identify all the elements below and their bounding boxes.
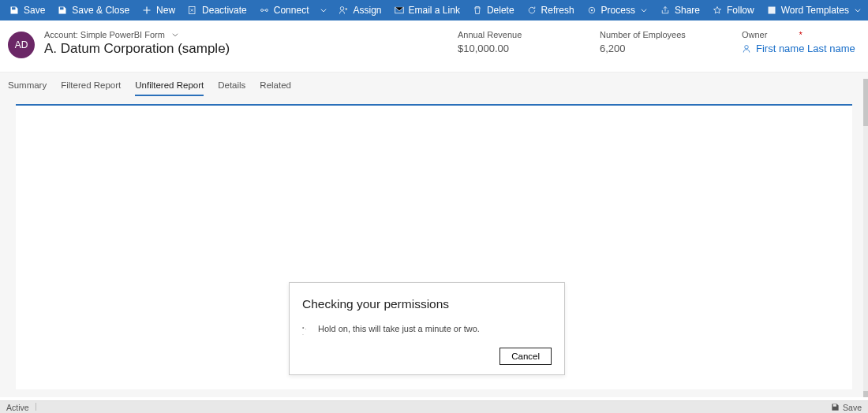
chevron-down-icon xyxy=(171,31,179,39)
save-close-label: Save & Close xyxy=(72,5,129,16)
scrollbar-thumb[interactable] xyxy=(863,79,868,126)
share-label: Share xyxy=(675,5,700,16)
account-avatar: AD xyxy=(8,32,35,58)
chevron-down-icon xyxy=(854,6,862,14)
save-close-icon xyxy=(58,6,67,15)
refresh-label: Refresh xyxy=(541,5,574,16)
svg-rect-7 xyxy=(768,7,775,14)
owner-value[interactable]: First name Last name xyxy=(742,43,860,54)
record-header: AD Account: Simple PowerBI Form A. Datum… xyxy=(0,20,868,72)
process-button[interactable]: Process xyxy=(581,0,654,20)
save-close-button[interactable]: Save & Close xyxy=(51,0,136,20)
plus-icon xyxy=(142,6,152,15)
vertical-scrollbar[interactable] xyxy=(863,79,868,397)
new-label: New xyxy=(156,5,175,16)
employees-label: Number of Employees xyxy=(600,30,694,39)
tab-unfiltered-report[interactable]: Unfiltered Report xyxy=(135,80,204,96)
employees-field: Number of Employees 6,200 xyxy=(600,30,694,58)
connect-button[interactable]: Connect xyxy=(253,0,316,20)
annual-revenue-field: Annual Revenue $10,000.00 xyxy=(458,30,552,58)
connect-icon xyxy=(260,6,269,15)
share-button[interactable]: Share xyxy=(654,0,706,20)
dialog-body-text: Hold on, this will take just a minute or… xyxy=(318,324,480,333)
assign-icon xyxy=(339,6,348,15)
word-icon xyxy=(767,6,776,15)
follow-button[interactable]: Follow xyxy=(706,0,761,20)
report-container: Checking your permissions •. . Hold on, … xyxy=(8,96,860,397)
save-button[interactable]: Save xyxy=(3,0,51,20)
email-icon xyxy=(395,6,404,15)
dialog-title: Checking your permissions xyxy=(302,297,552,311)
record-title: A. Datum Corporation (sample) xyxy=(44,41,410,57)
svg-point-1 xyxy=(260,9,263,12)
tab-related[interactable]: Related xyxy=(260,80,291,96)
refresh-icon xyxy=(527,6,537,15)
cancel-button[interactable]: Cancel xyxy=(499,348,552,365)
delete-icon xyxy=(473,6,482,15)
connect-split-chevron[interactable] xyxy=(315,6,332,14)
refresh-button[interactable]: Refresh xyxy=(521,0,581,20)
deactivate-button[interactable]: Deactivate xyxy=(181,0,253,20)
scrollbar-thumb[interactable] xyxy=(863,391,868,397)
tab-summary[interactable]: Summary xyxy=(8,80,47,96)
save-label: Save xyxy=(24,5,45,16)
email-link-label: Email a Link xyxy=(409,5,460,16)
status-save-button[interactable]: Save xyxy=(831,403,862,412)
loading-spinner-icon: •. . xyxy=(302,325,310,333)
svg-point-8 xyxy=(745,45,749,49)
save-icon xyxy=(831,403,840,411)
chevron-down-icon xyxy=(640,6,648,14)
star-icon xyxy=(713,6,722,15)
annual-revenue-label: Annual Revenue xyxy=(458,30,552,39)
breadcrumb-label: Account: Simple PowerBI Form xyxy=(44,30,165,39)
assign-button[interactable]: Assign xyxy=(332,0,387,20)
svg-point-6 xyxy=(590,9,592,11)
form-tabs: Summary Filtered Report Unfiltered Repor… xyxy=(0,72,868,397)
save-icon xyxy=(9,6,19,15)
share-icon xyxy=(660,6,670,15)
owner-field: Owner* First name Last name xyxy=(742,30,860,58)
svg-point-3 xyxy=(341,7,345,11)
tab-filtered-report[interactable]: Filtered Report xyxy=(61,80,121,96)
employees-value[interactable]: 6,200 xyxy=(600,43,694,54)
permissions-dialog: Checking your permissions •. . Hold on, … xyxy=(289,282,565,375)
delete-label: Delete xyxy=(487,5,514,16)
command-bar: Save Save & Close New Deactivate Connect… xyxy=(0,0,868,20)
status-save-label: Save xyxy=(843,403,862,412)
status-bar: Active Save xyxy=(0,400,868,413)
word-templates-button[interactable]: Word Templates xyxy=(761,0,868,20)
owner-label: Owner* xyxy=(742,30,860,39)
new-button[interactable]: New xyxy=(136,0,181,20)
svg-point-2 xyxy=(265,9,268,12)
annual-revenue-value[interactable]: $10,000.00 xyxy=(458,43,552,54)
assign-label: Assign xyxy=(353,5,381,16)
person-icon xyxy=(742,44,751,54)
record-status: Active xyxy=(6,403,43,412)
connect-label: Connect xyxy=(274,5,309,16)
chevron-down-icon xyxy=(320,6,327,14)
process-label: Process xyxy=(601,5,635,16)
word-templates-label: Word Templates xyxy=(781,5,849,16)
follow-label: Follow xyxy=(727,5,754,16)
tab-details[interactable]: Details xyxy=(218,80,245,96)
deactivate-label: Deactivate xyxy=(202,5,247,16)
form-selector[interactable]: Account: Simple PowerBI Form xyxy=(44,30,410,39)
deactivate-icon xyxy=(188,6,197,15)
delete-button[interactable]: Delete xyxy=(466,0,521,20)
email-link-button[interactable]: Email a Link xyxy=(388,0,466,20)
required-indicator: * xyxy=(799,30,802,39)
process-icon xyxy=(587,6,597,15)
